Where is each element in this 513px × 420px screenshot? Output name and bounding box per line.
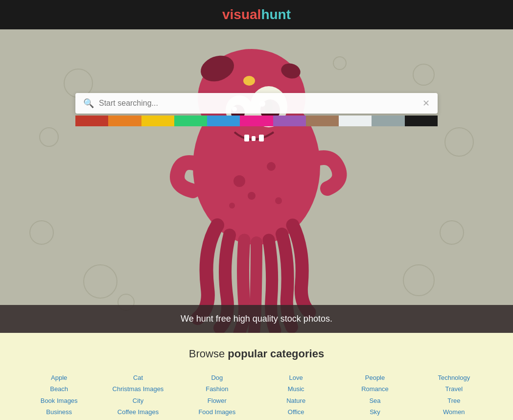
swatch-purple[interactable] [273, 116, 306, 126]
monster-illustration [154, 29, 359, 333]
category-link[interactable]: Romance [361, 385, 389, 393]
category-link[interactable]: Book Images [41, 397, 78, 404]
bubble-decor [440, 220, 464, 245]
swatch-yellow[interactable] [141, 116, 174, 126]
swatch-pink[interactable] [240, 116, 273, 126]
categories-title: Browse popular categories [20, 348, 493, 360]
category-link[interactable]: Beach [50, 385, 68, 393]
search-bar: 🔍 ✕ [75, 93, 438, 114]
svg-point-2 [197, 51, 238, 86]
swatch-brown[interactable] [306, 116, 339, 126]
category-link[interactable]: Women [443, 408, 465, 416]
category-column-3: LoveMusicNatureOfficeParty Images [256, 372, 335, 420]
swatch-white[interactable] [339, 116, 372, 126]
swatch-red[interactable] [75, 116, 108, 126]
bubble-decor [333, 56, 347, 70]
bubble-decor [29, 220, 54, 245]
site-logo[interactable]: visualhunt [222, 7, 291, 23]
category-link[interactable]: Sea [369, 397, 380, 404]
category-link[interactable]: Coffee Images [117, 408, 159, 416]
category-link[interactable]: Dog [211, 374, 223, 381]
categories-title-bold: popular categories [228, 348, 324, 360]
category-link[interactable]: City [133, 397, 143, 404]
swatch-gray[interactable] [372, 116, 404, 126]
category-link[interactable]: Flower [208, 397, 227, 404]
category-column-1: CatChristmas ImagesCityCoffee ImagesComp… [98, 372, 177, 420]
bubble-decor [413, 64, 435, 86]
category-link[interactable]: Tree [447, 397, 460, 404]
category-link[interactable]: Business [46, 408, 72, 416]
category-link[interactable]: Music [288, 385, 304, 393]
swatch-green[interactable] [174, 116, 207, 126]
category-link[interactable]: Cat [133, 374, 143, 381]
category-link[interactable]: Fashion [206, 385, 228, 393]
svg-point-19 [275, 197, 282, 204]
category-column-2: DogFashionFlowerFood ImagesHappy [178, 372, 256, 420]
category-link[interactable]: Technology [438, 374, 470, 381]
category-link[interactable]: Travel [445, 385, 463, 393]
category-link[interactable]: Food Images [198, 408, 235, 416]
svg-rect-12 [244, 135, 249, 141]
category-link[interactable]: Sky [370, 408, 380, 416]
tagline-bar: We hunt free high quality stock photos. [0, 305, 513, 333]
svg-rect-13 [252, 136, 256, 141]
svg-point-16 [267, 162, 276, 171]
categories-section: Browse popular categories AppleBeachBook… [0, 333, 513, 420]
clear-icon[interactable]: ✕ [422, 98, 430, 109]
tagline-text: We hunt free high quality stock photos. [9, 314, 504, 324]
bubble-decor [444, 127, 474, 157]
logo-visual: visual [222, 7, 261, 22]
swatch-orange[interactable] [108, 116, 141, 126]
hero-section: 🔍 ✕ We hunt free high quality stock phot… [0, 29, 513, 333]
svg-point-18 [229, 203, 235, 209]
categories-title-normal: Browse [189, 348, 228, 360]
bubble-decor [403, 264, 435, 296]
category-column-5: TechnologyTravelTreeWomenWork [415, 372, 493, 420]
bubble-decor [39, 127, 59, 147]
svg-rect-14 [259, 135, 264, 141]
category-link[interactable]: People [365, 374, 385, 381]
search-input[interactable] [99, 99, 422, 108]
color-swatches [75, 116, 438, 126]
svg-point-3 [280, 61, 302, 80]
category-link[interactable]: Office [288, 408, 304, 416]
bubble-decor [83, 264, 117, 299]
search-icon: 🔍 [83, 98, 94, 109]
category-column-4: PeopleRomanceSeaSkySnow [335, 372, 414, 420]
category-column-0: AppleBeachBook ImagesBusinessCar [20, 372, 98, 420]
category-link[interactable]: Christmas Images [113, 385, 164, 393]
categories-grid: AppleBeachBook ImagesBusinessCarCatChris… [20, 372, 493, 420]
category-link[interactable]: Apple [51, 374, 67, 381]
svg-point-15 [233, 175, 245, 187]
swatch-blue[interactable] [207, 116, 240, 126]
swatch-black[interactable] [405, 116, 438, 126]
svg-point-4 [243, 76, 255, 86]
search-wrapper: 🔍 ✕ [75, 93, 438, 126]
category-link[interactable]: Nature [286, 397, 305, 404]
site-header: visualhunt [0, 0, 513, 29]
logo-hunt: hunt [261, 7, 291, 22]
category-link[interactable]: Love [289, 374, 303, 381]
svg-point-17 [248, 192, 256, 200]
